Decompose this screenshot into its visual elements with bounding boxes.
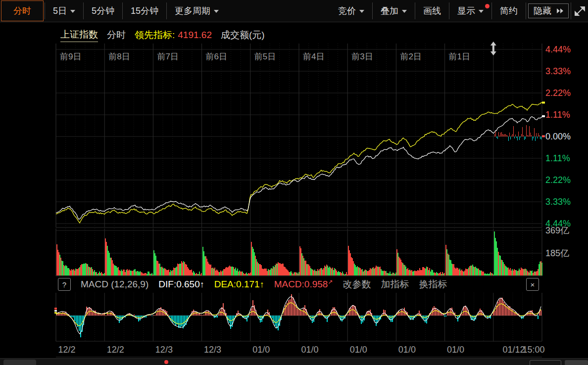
bottom-button-outline[interactable] (530, 360, 561, 365)
percent-axis-label: 2.22% (545, 176, 571, 184)
close-icon[interactable]: × (526, 278, 539, 291)
bottom-tab[interactable] (3, 360, 36, 365)
time-label: 12/3 (198, 345, 228, 354)
overlay-button[interactable]: 叠加 (373, 0, 415, 22)
tab-fenshi[interactable]: 分时 (1, 0, 44, 21)
dif-value: DIF:0.650↑ (158, 279, 204, 290)
tab-5min[interactable]: 5分钟 (84, 0, 122, 22)
trading-app-window: 分时 5日 5分钟 15分钟 更多周期 竞价 (0, 0, 588, 365)
macd-value: MACD:0.958↗ (274, 278, 333, 290)
tab-fenshi-label: 分时 (13, 5, 31, 17)
time-label: 12/2 (100, 345, 130, 354)
chart-header: 上证指数 分时 领先指标: 4191.62 成交额(元) (60, 28, 265, 43)
macd-header: ? MACD (12,26,9) DIF:0.650↑ DEA:0.171↑ M… (58, 277, 447, 291)
help-icon[interactable]: ? (58, 278, 71, 291)
day-label: 前3日 (351, 52, 373, 61)
caret-down-icon (70, 10, 75, 13)
caret-down-icon (479, 10, 484, 13)
turnover-label: 成交额(元) (221, 29, 265, 42)
tab-15min[interactable]: 15分钟 (123, 0, 166, 22)
day-label: 前5日 (254, 52, 276, 61)
toolbar-divider (526, 2, 526, 19)
notification-dot (164, 360, 168, 364)
simple-mode-button[interactable]: 简约 (492, 0, 526, 22)
leading-indicator-label: 领先指标: (135, 29, 175, 42)
dea-value: DEA:0.171↑ (214, 279, 264, 290)
fullscreen-button[interactable] (571, 0, 588, 22)
day-label: 前2日 (400, 52, 421, 61)
expand-icon (574, 4, 585, 17)
caret-down-icon (402, 10, 407, 13)
up-arrow-icon: ↑ (200, 279, 204, 289)
day-label: 前6日 (206, 52, 227, 61)
day-label: 前4日 (303, 52, 324, 61)
caret-down-icon (214, 10, 219, 13)
percent-axis-label: 3.33% (545, 67, 571, 76)
time-label: 01/0 (246, 345, 276, 354)
bottom-button-filled[interactable] (565, 360, 588, 365)
percent-axis-label: 3.33% (545, 197, 571, 206)
chart-canvas[interactable] (0, 0, 588, 365)
add-indicator-button[interactable]: 加指标 (381, 278, 409, 291)
caret-down-icon (359, 10, 364, 13)
volume-axis-label: 369亿 (545, 226, 569, 235)
hide-button[interactable]: 隐藏 (528, 3, 569, 18)
time-label: 01/0 (392, 345, 422, 354)
percent-axis-label: 1.11% (545, 154, 570, 163)
time-label: 15:00 (519, 345, 548, 354)
toolbar-period-group: 分时 5日 5分钟 15分钟 更多周期 (0, 0, 227, 22)
percent-axis-label: 2.22% (545, 89, 571, 97)
toolbar-tools-group: 竞价 叠加 画线 显示 简约 隐藏 (330, 0, 588, 22)
bidding-button[interactable]: 竞价 (330, 0, 372, 22)
period-label: 分时 (107, 29, 126, 42)
time-label: 01/0 (441, 345, 471, 354)
symbol-name[interactable]: 上证指数 (60, 28, 98, 42)
switch-indicator-button[interactable]: 换指标 (419, 278, 447, 291)
percent-axis-label: 1.11% (545, 110, 570, 119)
tab-5day[interactable]: 5日 (45, 0, 83, 22)
up-tick-icon: ↗ (328, 278, 333, 285)
percent-axis-label: 0.00% (545, 132, 571, 141)
percent-axis-label: 4.44% (545, 45, 571, 54)
day-label: 前8日 (108, 52, 130, 61)
display-button[interactable]: 显示 (449, 0, 491, 22)
day-label: 前9日 (60, 52, 81, 61)
leading-indicator-value: 4191.62 (178, 30, 212, 41)
time-label: 12/2 (52, 345, 82, 354)
change-params-button[interactable]: 改参数 (343, 278, 371, 291)
notification-dot (485, 4, 490, 8)
time-label: 01/0 (343, 345, 373, 354)
volume-axis-label: 185亿 (545, 249, 569, 258)
time-label: 12/3 (149, 345, 179, 354)
day-label: 前1日 (449, 52, 470, 61)
bottom-bar (0, 358, 588, 365)
toolbar: 分时 5日 5分钟 15分钟 更多周期 竞价 (0, 0, 588, 22)
up-arrow-icon: ↑ (260, 279, 264, 289)
tab-more-periods[interactable]: 更多周期 (167, 0, 227, 22)
double-chevron-right-icon (557, 8, 563, 13)
macd-name: MACD (12,26,9) (81, 279, 148, 290)
draw-line-button[interactable]: 画线 (415, 0, 449, 22)
time-label: 01/0 (295, 345, 325, 354)
day-label: 前7日 (157, 52, 178, 61)
